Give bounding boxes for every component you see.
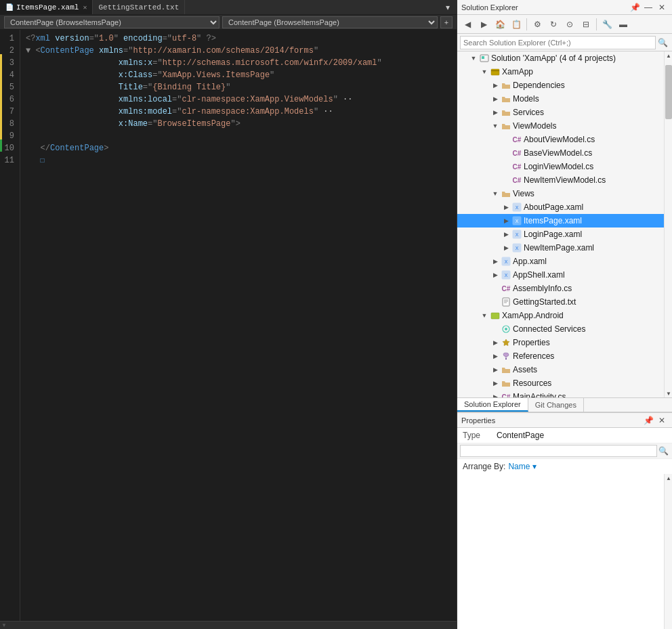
properties-scrollbar[interactable]: ▲ ▼ [664, 474, 672, 629]
tree-item-models[interactable]: Models [457, 92, 664, 106]
expand-solution[interactable] [468, 53, 479, 64]
tree-item-android[interactable]: XamApp.Android [457, 309, 664, 322]
tab-git-changes[interactable]: Git Changes [528, 398, 584, 412]
expand-properties[interactable] [490, 337, 501, 348]
folder-icon-views [501, 188, 511, 199]
collapse-all-button[interactable]: ⊟ [579, 17, 593, 32]
filter-button[interactable]: ⊙ [562, 17, 577, 32]
line-numbers: 1 2 3 4 5 6 7 8 9 10 11 [0, 30, 20, 621]
tree-item-properties[interactable]: Properties [457, 336, 664, 349]
expand-loginpage[interactable] [501, 229, 511, 240]
props-scroll-down[interactable]: ▼ [0, 621, 8, 629]
gettingstarted-label: GettingStarted.txt [513, 297, 576, 307]
scroll-up-button[interactable]: ▲ [665, 51, 672, 60]
scrollbar-thumb[interactable] [665, 65, 672, 119]
tree-item-resources[interactable]: Resources [457, 376, 664, 390]
editor-scrollbar-horizontal[interactable] [0, 621, 457, 629]
refresh-button[interactable]: ↻ [546, 17, 561, 32]
expand-xamapp[interactable] [479, 66, 490, 77]
tree-item-appshell[interactable]: X AppShell.xaml [457, 268, 664, 282]
models-label: Models [513, 94, 539, 104]
tab-close-itemspage[interactable]: ✕ [83, 3, 87, 12]
tab-solution-explorer[interactable]: Solution Explorer [457, 398, 528, 412]
csharp-icon-assembly: C# [501, 283, 511, 294]
tree-item-mainactivity[interactable]: C# MainActivity.cs [457, 390, 664, 397]
tree-item-viewmodels[interactable]: ViewModels [457, 119, 664, 133]
pin-icon[interactable]: 📌 [629, 1, 641, 14]
expand-references[interactable] [490, 351, 501, 362]
expand-newitempage[interactable] [501, 242, 511, 253]
expand-models[interactable] [490, 93, 501, 104]
tree-item-app[interactable]: X App.xaml [457, 255, 664, 268]
expand-services[interactable] [490, 107, 501, 118]
add-editor-button[interactable]: + [440, 16, 453, 28]
tab-itemspage[interactable]: 📄 ItemsPage.xaml ✕ [0, 0, 93, 14]
dash-button[interactable]: ▬ [616, 17, 631, 32]
arrange-dropdown-arrow[interactable]: ▾ [532, 462, 537, 471]
tree-item-aboutpage[interactable]: X AboutPage.xaml [457, 200, 664, 214]
dropdown-arrow-icon[interactable]: ▾ [442, 1, 454, 14]
tree-item-newitempage[interactable]: X NewItemPage.xaml [457, 241, 664, 255]
expand-appshell[interactable] [490, 269, 501, 280]
svg-text:X: X [516, 232, 519, 237]
xaml-icon-newitem: X [511, 242, 522, 253]
tab-bar: 📄 ItemsPage.xaml ✕ GettingStarted.txt ▾ [0, 0, 457, 15]
arrange-by-dropdown[interactable]: Name ▾ [508, 462, 536, 471]
project-icon [490, 66, 501, 77]
expand-aboutpage[interactable] [501, 202, 511, 213]
svg-text:X: X [516, 246, 519, 251]
tree-item-assemblyinfo[interactable]: C# AssemblyInfo.cs [457, 282, 664, 295]
properties-search-input[interactable] [460, 445, 657, 457]
expand-mainactivity[interactable] [490, 391, 501, 397]
properties-search-button[interactable]: 🔍 [657, 445, 669, 457]
tree-item-solution[interactable]: Solution 'XamApp' (4 of 4 projects) [457, 51, 664, 65]
props-scroll-up[interactable]: ▲ [665, 474, 672, 482]
tree-item-assets[interactable]: Assets [457, 363, 664, 376]
expand-dependencies[interactable] [490, 80, 501, 91]
close-icon[interactable]: ✕ [656, 1, 668, 14]
breadcrumb-right[interactable]: ContentPage (BrowseItemsPage) [222, 16, 438, 28]
tree-item-loginpage[interactable]: X LoginPage.xaml [457, 227, 664, 241]
code-line-3: xmlns:x="http://schemas.microsoft.com/wi… [20, 57, 457, 69]
minimize-icon[interactable]: — [642, 1, 654, 14]
expand-views[interactable] [490, 188, 501, 199]
search-button[interactable]: 🔍 [656, 36, 669, 49]
expand-resources[interactable] [490, 378, 501, 389]
scroll-down-button[interactable]: ▼ [665, 389, 672, 397]
expand-itemspage[interactable] [501, 215, 511, 226]
breadcrumb-left[interactable]: ContentPage (BrowseItemsPage) [4, 16, 219, 28]
tree-item-newitemviewmodel[interactable]: C# NewItemViewModel.cs [457, 173, 664, 187]
tree-item-loginviewmodel[interactable]: C# LoginViewModel.cs [457, 160, 664, 173]
forward-button[interactable]: ▶ [476, 17, 491, 32]
references-label: References [513, 351, 554, 361]
tree-item-aboutviewmodel[interactable]: C# AboutViewModel.cs [457, 133, 664, 146]
expand-android[interactable] [479, 310, 490, 321]
properties-pin-icon[interactable]: 📌 [642, 414, 654, 427]
code-content[interactable]: <?xml version="1.0" encoding="utf-8" ?> … [20, 30, 457, 621]
expand-assets[interactable] [490, 364, 501, 375]
pending-changes-button[interactable]: ⚙ [530, 17, 545, 32]
tree-item-views[interactable]: Views [457, 187, 664, 200]
properties-title: Properties [461, 416, 495, 425]
arrange-by-label: Arrange By: [463, 462, 505, 471]
tree-item-xamapp[interactable]: XamApp [457, 65, 664, 79]
expand-viewmodels[interactable] [490, 121, 501, 131]
tree-item-connectedservices[interactable]: Connected Services [457, 322, 664, 336]
tab-gettingstarted[interactable]: GettingStarted.txt [93, 0, 185, 14]
aboutpage-label: AboutPage.xaml [524, 202, 583, 212]
back-button[interactable]: ◀ [460, 17, 475, 32]
home-button[interactable]: 🏠 [492, 17, 507, 32]
tree-item-services[interactable]: Services [457, 106, 664, 119]
properties-button[interactable]: 📋 [509, 17, 524, 32]
tree-item-baseviewmodel[interactable]: C# BaseViewModel.cs [457, 146, 664, 160]
se-scrollbar-vertical[interactable]: ▲ ▼ [664, 51, 672, 397]
search-input[interactable] [460, 36, 656, 49]
settings-button[interactable]: 🔧 [600, 17, 614, 32]
tree-item-dependencies[interactable]: Dependencies [457, 79, 664, 92]
tree-item-gettingstarted[interactable]: GettingStarted.txt [457, 295, 664, 309]
tree-item-itemspage[interactable]: X ItemsPage.xaml [457, 214, 664, 227]
properties-close-icon[interactable]: ✕ [656, 414, 668, 427]
expand-connectedservices [490, 324, 501, 334]
tree-item-references[interactable]: References [457, 349, 664, 363]
expand-app[interactable] [490, 256, 501, 267]
